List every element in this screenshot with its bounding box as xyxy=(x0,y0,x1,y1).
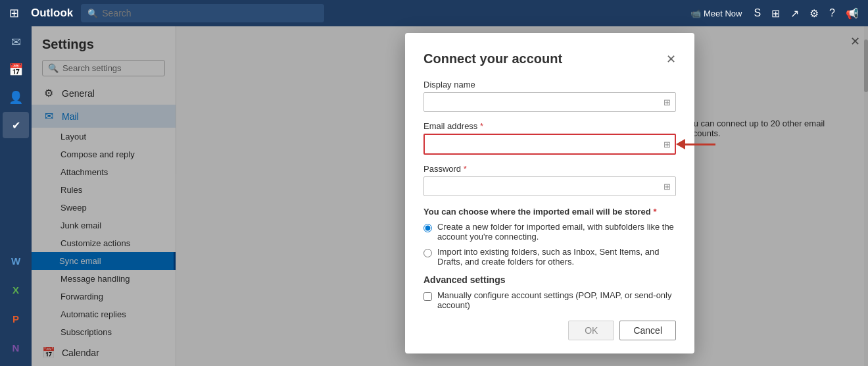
password-group: Password * ⊞ xyxy=(423,164,676,196)
search-bar: 🔍 xyxy=(81,4,324,22)
email-input-wrapper: ⊞ xyxy=(423,134,676,155)
topbar: ⊞ Outlook 🔍 📹 Meet Now S ⊞ ↗ ⚙ ? 📢 xyxy=(0,0,868,26)
email-address-group: Email address * ⊞ xyxy=(423,121,676,155)
left-nav-item-mail[interactable]: ✉ xyxy=(3,29,29,55)
dialog-close-button[interactable]: ✕ xyxy=(666,52,676,66)
radio-new-folder-label: Create a new folder for imported email, … xyxy=(437,222,676,242)
display-name-group: Display name ⊞ xyxy=(423,80,676,112)
ok-button[interactable]: OK xyxy=(568,321,614,340)
topbar-right-actions: 📹 Meet Now S ⊞ ↗ ⚙ ? 📢 xyxy=(685,5,863,22)
left-nav-item-powerpoint[interactable]: P xyxy=(3,305,29,332)
storage-section: You can choose where the imported email … xyxy=(423,207,676,267)
password-input-wrapper: ⊞ xyxy=(423,176,676,196)
storage-label: You can choose where the imported email … xyxy=(423,207,676,217)
app-grid-icon[interactable]: ⊞ xyxy=(5,3,23,23)
email-label: Email address * xyxy=(423,121,676,131)
display-name-icon: ⊞ xyxy=(663,97,671,107)
apps-icon[interactable]: ⊞ xyxy=(767,5,784,22)
radio-option-2: Import into existing folders, such as In… xyxy=(423,247,676,267)
left-nav-item-excel[interactable]: X xyxy=(3,276,29,303)
left-nav-item-onenote[interactable]: N xyxy=(3,334,29,361)
skype-icon[interactable]: S xyxy=(750,5,765,22)
left-nav: ✉ 📅 👤 ✔ W X P N xyxy=(0,26,32,366)
meet-now-button[interactable]: 📹 Meet Now xyxy=(685,6,748,21)
arrow-line xyxy=(685,144,715,145)
dialog-footer: OK Cancel xyxy=(423,321,676,340)
password-input-icon: ⊞ xyxy=(663,182,671,192)
display-name-label: Display name xyxy=(423,80,676,90)
left-nav-item-calendar[interactable]: 📅 xyxy=(3,57,29,83)
radio-new-folder[interactable] xyxy=(423,224,432,232)
email-input-icon: ⊞ xyxy=(663,140,671,149)
advanced-checkbox-row: Manually configure account settings (POP… xyxy=(423,290,676,310)
radio-option-1: Create a new folder for imported email, … xyxy=(423,222,676,242)
meet-now-label: Meet Now xyxy=(704,9,742,18)
email-input[interactable] xyxy=(423,134,676,155)
share-icon[interactable]: ↗ xyxy=(786,5,803,22)
password-required-star: * xyxy=(464,164,467,174)
search-icon: 🔍 xyxy=(87,9,98,18)
storage-required-star: * xyxy=(653,207,656,217)
display-name-input-wrapper: ⊞ xyxy=(423,92,676,112)
password-input[interactable] xyxy=(423,176,676,196)
arrow-head xyxy=(676,139,685,149)
manual-config-checkbox[interactable] xyxy=(423,292,432,301)
advanced-settings-section: Advanced settings Manually configure acc… xyxy=(423,274,676,310)
advanced-settings-title: Advanced settings xyxy=(423,274,676,285)
app-name: Outlook xyxy=(27,7,77,20)
feedback-icon[interactable]: 📢 xyxy=(842,5,863,22)
left-nav-item-tasks[interactable]: ✔ xyxy=(3,112,29,138)
display-name-input[interactable] xyxy=(423,92,676,112)
password-label: Password * xyxy=(423,164,676,174)
left-nav-item-people[interactable]: 👤 xyxy=(3,84,29,111)
radio-existing-folders[interactable] xyxy=(423,249,432,257)
help-icon[interactable]: ? xyxy=(825,5,839,22)
arrow-indicator xyxy=(676,139,715,149)
connect-account-dialog: Connect your account ✕ Display name ⊞ Em… xyxy=(405,33,694,353)
dialog-header: Connect your account ✕ xyxy=(423,51,676,66)
left-nav-item-word[interactable]: W xyxy=(3,248,29,274)
settings-icon[interactable]: ⚙ xyxy=(806,5,823,22)
search-input[interactable] xyxy=(102,8,318,18)
cancel-button[interactable]: Cancel xyxy=(619,321,676,340)
email-required-star: * xyxy=(480,121,483,131)
camera-icon: 📹 xyxy=(690,9,701,18)
manual-config-label: Manually configure account settings (POP… xyxy=(437,290,676,310)
radio-existing-folders-label: Import into existing folders, such as In… xyxy=(437,247,676,267)
dialog-title: Connect your account xyxy=(423,51,562,66)
